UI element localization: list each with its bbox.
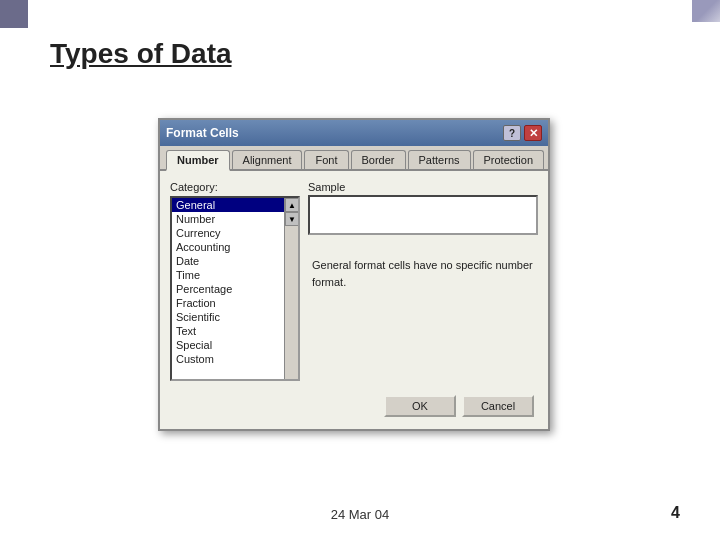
scrollbar-up-arrow[interactable]: ▲	[285, 198, 299, 212]
tabs-row: Number Alignment Font Border Patterns Pr…	[160, 146, 548, 171]
tab-alignment[interactable]: Alignment	[232, 150, 303, 169]
list-item[interactable]: General	[172, 198, 298, 212]
ok-button[interactable]: OK	[384, 395, 456, 417]
footer-page-number: 4	[671, 504, 680, 522]
tab-protection[interactable]: Protection	[473, 150, 545, 169]
close-button[interactable]: ✕	[524, 125, 542, 141]
tab-patterns[interactable]: Patterns	[408, 150, 471, 169]
dialog-titlebar: Format Cells ? ✕	[160, 120, 548, 146]
titlebar-buttons: ? ✕	[503, 125, 542, 141]
footer-date: 24 Mar 04	[331, 507, 390, 522]
tab-font[interactable]: Font	[304, 150, 348, 169]
list-item[interactable]: Number	[172, 212, 298, 226]
scrollbar-down-arrow[interactable]: ▼	[285, 212, 299, 226]
list-item[interactable]: Currency	[172, 226, 298, 240]
list-item[interactable]: Custom	[172, 352, 298, 366]
format-cells-dialog: Format Cells ? ✕ Number Alignment Font B…	[158, 118, 550, 431]
list-item[interactable]: Date	[172, 254, 298, 268]
dialog-body: Category: General Number Currency Accoun…	[160, 171, 548, 429]
dialog-content: Category: General Number Currency Accoun…	[170, 181, 538, 381]
cancel-button[interactable]: Cancel	[462, 395, 534, 417]
list-item[interactable]: Special	[172, 338, 298, 352]
scrollbar[interactable]: ▲ ▼	[284, 198, 298, 379]
list-item[interactable]: Percentage	[172, 282, 298, 296]
tab-number[interactable]: Number	[166, 150, 230, 171]
buttons-row: OK Cancel	[170, 391, 538, 419]
sample-label: Sample	[308, 181, 345, 193]
right-panel: Sample General format cells have no spec…	[308, 181, 538, 381]
category-label: Category:	[170, 181, 300, 193]
corner-decoration-tr	[692, 0, 720, 22]
sample-box	[308, 195, 538, 235]
footer: 24 Mar 04	[0, 507, 720, 522]
page-title: Types of Data	[50, 38, 232, 70]
format-description: General format cells have no specific nu…	[308, 253, 538, 294]
left-panel: Category: General Number Currency Accoun…	[170, 181, 300, 381]
list-item[interactable]: Accounting	[172, 240, 298, 254]
dialog-title: Format Cells	[166, 126, 239, 140]
category-list-inner: General Number Currency Accounting Date …	[172, 198, 298, 379]
category-list[interactable]: General Number Currency Accounting Date …	[170, 196, 300, 381]
tab-border[interactable]: Border	[351, 150, 406, 169]
list-item[interactable]: Scientific	[172, 310, 298, 324]
list-item[interactable]: Fraction	[172, 296, 298, 310]
list-item[interactable]: Text	[172, 324, 298, 338]
help-button[interactable]: ?	[503, 125, 521, 141]
corner-decoration-tl	[0, 0, 28, 28]
list-item[interactable]: Time	[172, 268, 298, 282]
